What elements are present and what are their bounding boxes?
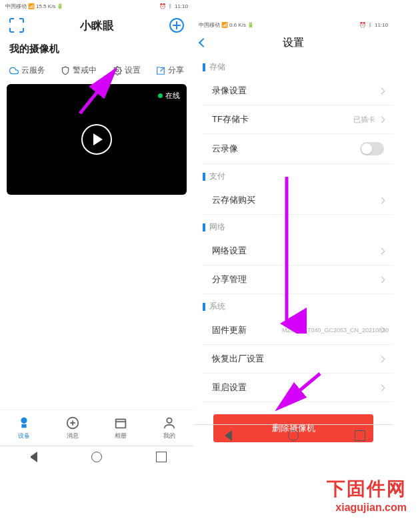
online-label: 在线 xyxy=(165,91,180,101)
time-label-r: 11:10 xyxy=(375,22,388,28)
share-label: 分享 xyxy=(168,65,184,76)
bluetooth-icon: ᛒ xyxy=(169,3,172,9)
online-badge: 在线 xyxy=(158,91,180,101)
share-button[interactable]: 分享 xyxy=(156,65,184,76)
chevron-right-icon xyxy=(379,247,385,254)
cloud-buy-label: 云存储购买 xyxy=(212,194,255,206)
factory-reset-label: 恢复出厂设置 xyxy=(212,353,264,365)
firmware-update-item[interactable]: 固件更新 MZ0150_T040_GC2053_CN_20210830 xyxy=(203,316,393,345)
cloud-buy-item[interactable]: 云存储购买 xyxy=(203,186,393,215)
cloud-label: 云服务 xyxy=(21,65,45,76)
watermark-en: xiagujian.com xyxy=(327,502,407,514)
camera-section-title: 我的摄像机 xyxy=(0,39,193,59)
firmware-value: MZ0150_T040_GC2053_CN_20210830 xyxy=(282,327,375,334)
carrier-label-r: 中国移动 xyxy=(199,21,220,29)
share-icon xyxy=(156,66,165,75)
online-dot-icon xyxy=(158,93,163,98)
section-marker-icon xyxy=(203,223,205,231)
right-phone-screen: 中国移动 📶 0.6 K/s 🔋 ⏰ ᛒ 11:10 设置 存储 录像设置 TF… xyxy=(193,19,393,446)
payment-header-label: 支付 xyxy=(209,171,225,182)
nav-mine-label: 我的 xyxy=(163,432,175,440)
settings-button[interactable]: 设置 xyxy=(113,65,141,76)
shield-icon xyxy=(61,66,70,75)
back-triangle-icon xyxy=(27,452,37,462)
system-nav-left xyxy=(0,446,193,467)
nav-devices-label: 设备 xyxy=(18,432,30,440)
alarm-icon: ⏰ xyxy=(359,22,366,28)
chevron-right-icon xyxy=(379,87,385,94)
status-bar: 中国移动 📶 15.5 K/s 🔋 ⏰ ᛒ 11:10 xyxy=(0,0,193,12)
sys-home-button[interactable] xyxy=(91,452,102,462)
chevron-right-icon xyxy=(379,276,385,283)
sys-recent-button[interactable] xyxy=(156,452,167,462)
scan-icon[interactable] xyxy=(9,18,24,33)
battery-icon: 🔋 xyxy=(247,22,254,28)
restart-item[interactable]: 重启设置 xyxy=(203,374,393,402)
record-settings-item[interactable]: 录像设置 xyxy=(203,77,393,105)
cloud-record-toggle[interactable] xyxy=(360,142,384,155)
nav-devices[interactable]: 设备 xyxy=(17,416,31,440)
cloud-record-label: 云录像 xyxy=(212,143,238,155)
svg-point-1 xyxy=(21,418,27,424)
action-row: 云服务 警戒中 设置 分享 xyxy=(0,59,193,84)
storage-header-label: 存储 xyxy=(209,61,225,73)
cloud-icon xyxy=(9,66,19,75)
speed-label-r: 0.6 K/s xyxy=(229,22,246,28)
alarm-label: 警戒中 xyxy=(73,65,97,76)
home-circle-icon xyxy=(91,452,102,462)
camera-icon xyxy=(17,416,31,430)
tfcard-value: 已插卡 xyxy=(353,115,375,125)
add-icon[interactable] xyxy=(169,18,184,33)
system-section-header: 系统 xyxy=(193,294,393,316)
alarm-button[interactable]: 警戒中 xyxy=(61,65,97,76)
settings-title: 设置 xyxy=(283,36,304,50)
time-label: 11:10 xyxy=(175,3,188,9)
network-settings-item[interactable]: 网络设置 xyxy=(203,237,393,266)
tfcard-item[interactable]: TF存储卡 已插卡 xyxy=(203,105,393,134)
system-nav-right xyxy=(193,424,393,446)
svg-rect-3 xyxy=(116,420,126,428)
recent-square-icon xyxy=(355,430,365,441)
firmware-label: 固件更新 xyxy=(212,324,247,336)
person-icon xyxy=(162,416,177,430)
storage-section-header: 存储 xyxy=(193,55,393,77)
network-header-label: 网络 xyxy=(209,221,225,233)
chevron-right-icon xyxy=(379,356,385,362)
left-phone-screen: 中国移动 📶 15.5 K/s 🔋 ⏰ ᛒ 11:10 小眯眼 我的摄像机 云服… xyxy=(0,0,193,467)
carrier-label: 中国移动 xyxy=(5,3,27,10)
sys-back-button[interactable] xyxy=(27,452,37,462)
nav-messages-label: 消息 xyxy=(67,432,79,440)
system-header-label: 系统 xyxy=(209,301,225,312)
watermark: 下固件网 xiagujian.com xyxy=(327,476,407,514)
status-bar-right: 中国移动 📶 0.6 K/s 🔋 ⏰ ᛒ 11:10 xyxy=(193,19,393,31)
video-preview[interactable]: 在线 xyxy=(7,84,187,195)
cloud-record-item: 云录像 xyxy=(203,134,393,164)
recent-square-icon xyxy=(156,452,167,462)
home-circle-icon xyxy=(288,430,299,441)
sys-back-button[interactable] xyxy=(221,430,232,441)
app-header: 小眯眼 xyxy=(0,12,193,39)
cloud-service-button[interactable]: 云服务 xyxy=(9,65,45,76)
network-settings-label: 网络设置 xyxy=(212,245,247,257)
back-triangle-icon xyxy=(221,430,232,441)
nav-album[interactable]: 相册 xyxy=(113,416,128,440)
chevron-right-icon xyxy=(379,197,385,203)
watermark-cn: 下固件网 xyxy=(327,476,407,502)
nav-messages[interactable]: 消息 xyxy=(65,416,80,440)
chevron-right-icon xyxy=(379,116,385,123)
play-button[interactable] xyxy=(81,124,112,155)
back-button[interactable] xyxy=(199,38,208,47)
section-marker-icon xyxy=(203,173,205,181)
signal-icon: 📶 xyxy=(28,3,35,9)
app-title: 小眯眼 xyxy=(80,18,114,33)
network-section-header: 网络 xyxy=(193,215,393,237)
nav-mine[interactable]: 我的 xyxy=(162,416,177,440)
battery-icon: 🔋 xyxy=(57,3,63,9)
bluetooth-icon: ᛒ xyxy=(369,22,372,28)
signal-icon: 📶 xyxy=(221,22,228,28)
sys-recent-button[interactable] xyxy=(355,430,365,441)
payment-section-header: 支付 xyxy=(193,164,393,186)
sys-home-button[interactable] xyxy=(288,430,299,441)
factory-reset-item[interactable]: 恢复出厂设置 xyxy=(203,345,393,374)
share-mgmt-item[interactable]: 分享管理 xyxy=(203,266,393,294)
